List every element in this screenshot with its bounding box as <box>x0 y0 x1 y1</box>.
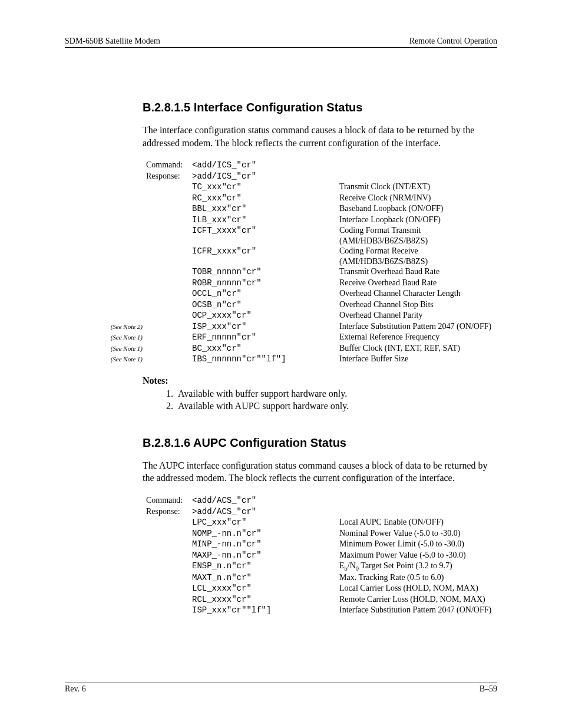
row-code: MINP_-nn.n"cr" <box>192 539 339 550</box>
footer-left: Rev. 6 <box>65 684 86 694</box>
row-description: Buffer Clock (INT, EXT, REF, SAT) <box>339 343 497 354</box>
row-code: ENSP_n.n"cr" <box>192 561 339 572</box>
notes-heading: Notes: <box>143 375 497 386</box>
section1-response-block: Command:<add/ICS_"cr"Response:>add/ICS_"… <box>143 160 497 365</box>
row-description: Interface Substitution Pattern 2047 (ON/… <box>339 321 497 332</box>
row-description: External Reference Frequency <box>339 332 497 342</box>
response-row: RCL_xxxx"cr"Remote Carrier Loss (HOLD, N… <box>143 594 497 605</box>
row-description: Overhead Channel Character Length <box>339 288 497 299</box>
row-description: Receive Overhead Baud Rate <box>339 278 497 288</box>
page-footer: Rev. 6 B–59 <box>65 683 497 694</box>
row-code: IBS_nnnnnn"cr""lf"] <box>192 354 339 365</box>
row-code: RCL_xxxx"cr" <box>192 595 339 605</box>
response-row: TOBR_nnnnn"cr"Transmit Overhead Baud Rat… <box>143 266 497 278</box>
row-code: OCSB_n"cr" <box>192 300 339 311</box>
row-code: MAXT_n.n"cr" <box>192 573 339 584</box>
response-row: MAXT_n.n"cr"Max. Tracking Rate (0.5 to 6… <box>143 572 497 584</box>
response-row: Response:>add/ACS_"cr" <box>143 506 497 518</box>
row-description: Coding Format Receive (AMI/HDB3/B6ZS/B8Z… <box>339 246 497 266</box>
row-description: Overhead Channel Stop Bits <box>339 299 497 310</box>
row-code: ILB_xxx"cr" <box>192 215 339 226</box>
row-label: Response: <box>146 171 192 182</box>
row-code: ICFT_xxxx"cr" <box>192 226 339 236</box>
row-code: OCP_xxxx"cr" <box>192 311 339 321</box>
header-left: SDM-650B Satellite Modem <box>65 37 160 46</box>
row-code: BBL_xxx"cr" <box>192 204 339 215</box>
note-item: Available with buffer support hardware o… <box>176 387 497 400</box>
response-row: RC_xxx"cr"Receive Clock (NRM/INV) <box>143 193 497 204</box>
row-label: Command: <box>146 495 192 506</box>
row-description: Minimum Power Limit (-5.0 to -30.0) <box>339 539 497 549</box>
row-description: Baseband Loopback (ON/OFF) <box>339 203 497 214</box>
row-code: TOBR_nnnnn"cr" <box>192 267 339 278</box>
section-heading-interface-config: B.2.8.1.5 Interface Configuration Status <box>143 101 497 114</box>
row-code: MAXP_-nn.n"cr" <box>192 551 339 561</box>
response-row: (See Note 1)BC_xxx"cr"Buffer Clock (INT,… <box>143 343 497 354</box>
response-row: MINP_-nn.n"cr"Minimum Power Limit (-5.0 … <box>143 539 497 550</box>
row-note: (See Note 1) <box>92 355 146 364</box>
response-row: NOMP_-nn.n"cr"Nominal Power Value (-5.0 … <box>143 528 497 539</box>
row-description: Nominal Power Value (-5.0 to -30.0) <box>339 528 497 539</box>
response-row: MAXP_-nn.n"cr"Maximum Power Value (-5.0 … <box>143 550 497 561</box>
row-description: Local Carrier Loss (HOLD, NOM, MAX) <box>339 583 497 594</box>
footer-right: B–59 <box>480 684 497 694</box>
row-code: <add/ICS_"cr" <box>192 160 339 171</box>
row-description: Overhead Channel Parity <box>339 310 497 321</box>
response-row: OCP_xxxx"cr"Overhead Channel Parity <box>143 310 497 321</box>
row-label: Response: <box>146 506 192 517</box>
row-description: Transmit Clock (INT/EXT) <box>339 182 497 192</box>
row-code: RC_xxx"cr" <box>192 193 339 204</box>
row-description: Transmit Overhead Baud Rate <box>339 266 497 277</box>
note-item: Available with AUPC support hardware onl… <box>176 400 497 413</box>
row-note: (See Note 1) <box>92 345 146 353</box>
row-description: Max. Tracking Rate (0.5 to 6.0) <box>339 572 497 583</box>
response-row: LPC_xxx"cr"Local AUPC Enable (ON/OFF) <box>143 517 497 528</box>
response-row: TC_xxx"cr"Transmit Clock (INT/EXT) <box>143 182 497 193</box>
section-heading-aupc-config: B.2.8.1.6 AUPC Configuration Status <box>143 436 497 450</box>
notes-list: Available with buffer support hardware o… <box>165 387 497 413</box>
response-row: BBL_xxx"cr"Baseband Loopback (ON/OFF) <box>143 203 497 215</box>
row-description: Receive Clock (NRM/INV) <box>339 193 497 203</box>
row-description: Interface Buffer Size <box>339 354 497 364</box>
header-right: Remote Control Operation <box>409 37 497 46</box>
response-row: ROBR_nnnnn"cr"Receive Overhead Baud Rate <box>143 278 497 289</box>
section2-paragraph: The AUPC interface configuration status … <box>143 459 497 485</box>
response-row: (See Note 2)ISP_xxx"cr"Interface Substit… <box>143 321 497 332</box>
response-row: (See Note 1)IBS_nnnnnn"cr""lf"]Interface… <box>143 354 497 365</box>
response-row: Command:<add/ACS_"cr" <box>143 495 497 506</box>
response-row: OCCL_n"cr"Overhead Channel Character Len… <box>143 288 497 299</box>
row-note: (See Note 2) <box>92 323 146 331</box>
response-row: ENSP_n.n"cr"Eb/N0 Target Set Point (3.2 … <box>143 561 497 572</box>
row-code: OCCL_n"cr" <box>192 289 339 299</box>
response-row: ICFT_xxxx"cr"Coding Format Transmit (AMI… <box>143 225 497 246</box>
row-code: ROBR_nnnnn"cr" <box>192 278 339 289</box>
row-code: LPC_xxx"cr" <box>192 518 339 528</box>
row-code: ICFR_xxxx"cr" <box>192 246 339 257</box>
response-row: Response:>add/ICS_"cr" <box>143 171 497 182</box>
section2-response-block: Command:<add/ACS_"cr"Response:>add/ACS_"… <box>143 495 497 616</box>
response-row: (See Note 1)ERF_nnnnn"cr"External Refere… <box>143 332 497 343</box>
row-code: NOMP_-nn.n"cr" <box>192 529 339 539</box>
row-label: Command: <box>146 160 192 170</box>
response-row: OCSB_n"cr"Overhead Channel Stop Bits <box>143 299 497 311</box>
row-code: TC_xxx"cr" <box>192 182 339 193</box>
row-description: Maximum Power Value (-5.0 to -30.0) <box>339 550 497 561</box>
row-description: Eb/N0 Target Set Point (3.2 to 9.7) <box>339 561 497 572</box>
row-description: Local AUPC Enable (ON/OFF) <box>339 517 497 528</box>
page: SDM-650B Satellite Modem Remote Control … <box>0 0 562 728</box>
section1-paragraph: The interface configuration status comma… <box>143 124 497 149</box>
row-description: Remote Carrier Loss (HOLD, NOM, MAX) <box>339 594 497 605</box>
row-code: BC_xxx"cr" <box>192 344 339 354</box>
row-description: Interface Substitution Pattern 2047 (ON/… <box>339 605 497 615</box>
response-row: ICFR_xxxx"cr"Coding Format Receive (AMI/… <box>143 246 497 266</box>
row-code: ERF_nnnnn"cr" <box>192 332 339 343</box>
response-row: Command:<add/ICS_"cr" <box>143 160 497 171</box>
row-code: >add/ACS_"cr" <box>192 507 339 518</box>
row-description: Coding Format Transmit (AMI/HDB3/B6ZS/B8… <box>339 225 497 246</box>
response-row: LCL_xxxx"cr"Local Carrier Loss (HOLD, NO… <box>143 583 497 594</box>
row-code: ISP_xxx"cr" <box>192 322 339 332</box>
page-header: SDM-650B Satellite Modem Remote Control … <box>65 37 497 48</box>
row-description: Interface Loopback (ON/OFF) <box>339 215 497 225</box>
response-row: ILB_xxx"cr"Interface Loopback (ON/OFF) <box>143 215 497 226</box>
row-code: LCL_xxxx"cr" <box>192 584 339 594</box>
